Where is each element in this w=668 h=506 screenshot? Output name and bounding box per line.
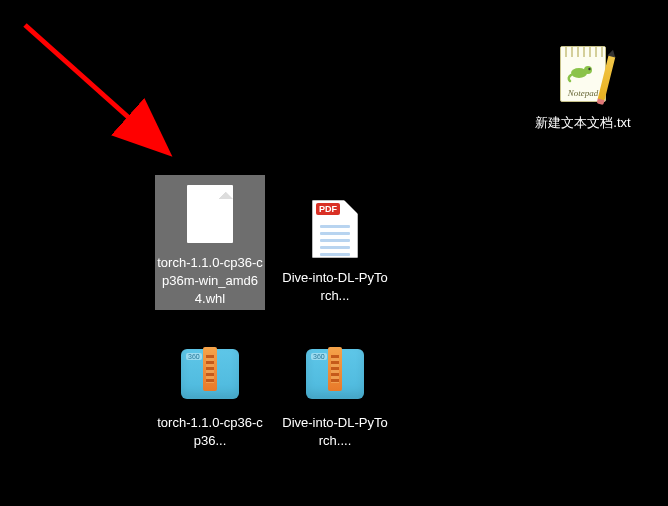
desktop-item-new-txt[interactable]: Notepad 新建文本文档.txt <box>528 35 638 133</box>
txt-file-icon: Notepad <box>528 35 638 113</box>
zip-file-icon: 360 <box>155 335 265 413</box>
desktop-item-torch-whl[interactable]: torch-1.1.0-cp36-cp36m-win_amd64.whl <box>155 175 265 310</box>
desktop-item-label: Dive-into-DL-PyTorch.... <box>280 413 390 451</box>
pdf-file-icon: PDF <box>280 190 390 268</box>
desktop-item-label: Dive-into-DL-PyTorch... <box>280 268 390 306</box>
pencil-icon <box>598 55 616 101</box>
pdf-badge: PDF <box>316 203 340 215</box>
desktop-item-label: 新建文本文档.txt <box>528 113 638 133</box>
lizard-icon <box>567 61 597 83</box>
svg-point-3 <box>584 66 592 74</box>
desktop-item-dive-zip[interactable]: 360 Dive-into-DL-PyTorch.... <box>280 335 390 451</box>
desktop-item-label: torch-1.1.0-cp36-cp36m-win_amd64.whl <box>155 253 265 310</box>
desktop-item-torch-zip[interactable]: 360 torch-1.1.0-cp36-cp36... <box>155 335 265 451</box>
svg-line-1 <box>25 25 165 150</box>
annotation-arrow <box>10 15 190 165</box>
blank-file-icon <box>155 175 265 253</box>
desktop-item-label: torch-1.1.0-cp36-cp36... <box>155 413 265 451</box>
svg-point-4 <box>588 68 590 70</box>
desktop-item-dive-pdf[interactable]: PDF Dive-into-DL-PyTorch... <box>280 190 390 306</box>
zip-file-icon: 360 <box>280 335 390 413</box>
